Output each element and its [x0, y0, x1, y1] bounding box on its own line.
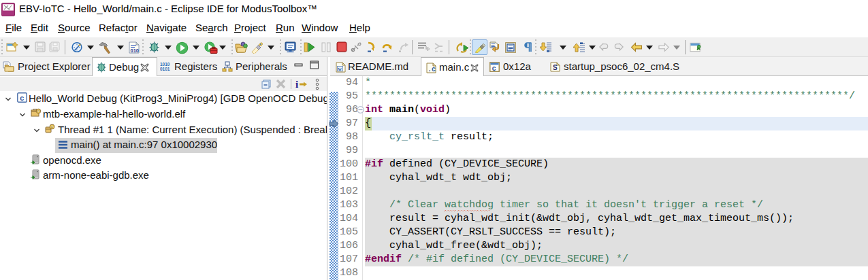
svg-text:c: c: [20, 94, 25, 103]
svg-text:w: w: [338, 66, 342, 72]
svg-text:0101: 0101: [160, 67, 170, 71]
svg-text:.c: .c: [428, 66, 436, 73]
svg-text:010: 010: [131, 48, 140, 54]
svg-text:i: i: [295, 79, 298, 90]
svg-text:1010: 1010: [160, 62, 170, 67]
svg-text:c: c: [492, 65, 496, 73]
svg-text:S: S: [553, 64, 558, 71]
